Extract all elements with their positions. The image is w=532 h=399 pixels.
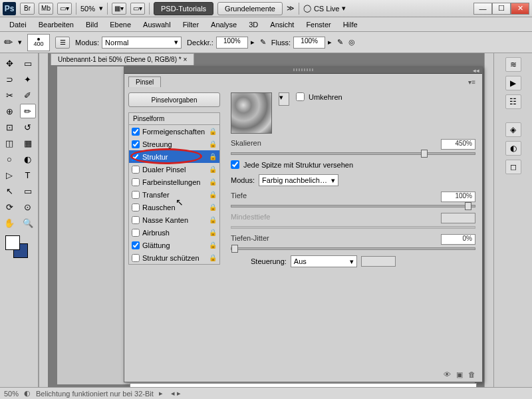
- control-select[interactable]: Aus▾: [291, 255, 357, 267]
- lock-icon[interactable]: 🔒: [209, 203, 217, 211]
- menu-auswahl[interactable]: Auswahl: [138, 19, 176, 30]
- lasso-tool[interactable]: ⊃: [1, 72, 17, 86]
- menu-hilfe[interactable]: Hilfe: [338, 19, 363, 30]
- jitter-slider[interactable]: [231, 247, 475, 250]
- brush-setting-checkbox[interactable]: [132, 191, 140, 199]
- pen-tool[interactable]: ▷: [1, 168, 17, 182]
- status-zoom[interactable]: 50%: [4, 390, 19, 398]
- scale-value[interactable]: 450%: [441, 139, 475, 150]
- history-brush-tool[interactable]: ↺: [20, 120, 36, 134]
- marquee-tool[interactable]: ▭: [20, 56, 36, 70]
- brush-setting-transfer[interactable]: Transfer🔒: [129, 188, 219, 201]
- left-shelf[interactable]: [39, 53, 48, 387]
- opacity-input[interactable]: 100%: [216, 37, 248, 49]
- brush-setting-checkbox[interactable]: [132, 166, 140, 174]
- panel-collapse-icon[interactable]: ◂◂: [473, 67, 479, 74]
- brush-setting-checkbox[interactable]: [132, 241, 140, 249]
- brush-setting-checkbox[interactable]: [132, 203, 140, 211]
- lock-icon[interactable]: 🔒: [209, 140, 217, 148]
- brush-setting-checkbox[interactable]: [132, 140, 140, 148]
- screen-mode-button[interactable]: ▭▾: [57, 3, 72, 15]
- brush-setting-checkbox[interactable]: [132, 178, 140, 186]
- lock-icon[interactable]: 🔒: [209, 178, 217, 186]
- flow-input[interactable]: 100%: [293, 37, 325, 49]
- texture-mode-select[interactable]: Farbig nachbelich…▾: [259, 174, 338, 186]
- stamp-tool[interactable]: ⊡: [1, 120, 17, 134]
- workspace-tab-psd[interactable]: PSD-Tutorials: [154, 2, 213, 15]
- blur-tool[interactable]: ○: [1, 152, 17, 166]
- menu-analyse[interactable]: Analyse: [205, 19, 242, 30]
- brush-setting-checkbox[interactable]: [132, 254, 140, 262]
- menu-3d[interactable]: 3D: [243, 19, 263, 30]
- each-tip-checkbox[interactable]: [231, 160, 239, 169]
- brush-setting-struktur-schützen[interactable]: Struktur schützen🔒: [129, 251, 219, 264]
- minimize-button[interactable]: —: [473, 3, 492, 15]
- lock-icon[interactable]: 🔒: [209, 153, 217, 160]
- trash-icon[interactable]: 🗑: [468, 370, 475, 379]
- brush-panel-toggle[interactable]: ☰: [55, 37, 70, 49]
- brush-preset-picker[interactable]: 400: [27, 34, 50, 51]
- right-shelf[interactable]: [484, 53, 493, 387]
- 3d-camera-tool[interactable]: ⊙: [20, 200, 36, 214]
- depth-value[interactable]: 100%: [441, 192, 475, 202]
- menu-bild[interactable]: Bild: [80, 19, 103, 30]
- invert-checkbox[interactable]: [296, 92, 305, 101]
- jitter-value[interactable]: 0%: [441, 234, 475, 245]
- mode-select[interactable]: Normal▾: [102, 37, 182, 49]
- brush-setting-checkbox[interactable]: [132, 153, 140, 161]
- shape-tool[interactable]: ▭: [20, 184, 36, 198]
- layers-panel-icon[interactable]: ◈: [505, 122, 521, 137]
- menu-fenster[interactable]: Fenster: [301, 19, 336, 30]
- path-tool[interactable]: ↖: [1, 184, 17, 198]
- lock-icon[interactable]: 🔒: [209, 128, 217, 135]
- brush-setting-checkbox[interactable]: [132, 216, 140, 224]
- workspace-more-icon[interactable]: ≫: [287, 4, 295, 13]
- eraser-tool[interactable]: ◫: [1, 136, 17, 150]
- hand-tool[interactable]: ✋: [1, 215, 17, 230]
- paths-panel-icon[interactable]: ◻: [505, 160, 521, 174]
- eyedropper-tool[interactable]: ✐: [20, 88, 36, 102]
- scale-slider[interactable]: [231, 152, 475, 155]
- brush-presets-button[interactable]: Pinselvorgaben: [128, 92, 220, 107]
- brush-tab[interactable]: Pinsel: [128, 76, 161, 87]
- zoom-level[interactable]: 50%: [80, 5, 95, 13]
- menu-bearbeiten[interactable]: Bearbeiten: [33, 19, 79, 30]
- tablet-opacity-icon[interactable]: ✎: [260, 38, 266, 47]
- panel-drag-handle[interactable]: ◂◂: [124, 67, 482, 74]
- tablet-size-icon[interactable]: ◎: [348, 38, 355, 47]
- menu-filter[interactable]: Filter: [178, 19, 204, 30]
- brush-setting-nasse-kanten[interactable]: Nasse Kanten🔒: [129, 213, 219, 226]
- lock-icon[interactable]: 🔒: [209, 191, 217, 198]
- lock-icon[interactable]: 🔒: [209, 254, 217, 261]
- zoom-tool[interactable]: 🔍: [20, 215, 36, 230]
- brush-setting-dualer-pinsel[interactable]: Dualer Pinsel🔒: [129, 163, 219, 176]
- close-button[interactable]: ✕: [511, 3, 529, 15]
- 3d-tool[interactable]: ⟳: [1, 200, 17, 214]
- menu-ebene[interactable]: Ebene: [104, 19, 136, 30]
- brush-setting-rauschen[interactable]: Rauschen🔒: [129, 201, 219, 213]
- cslive-label[interactable]: CS Live: [314, 5, 340, 13]
- dodge-tool[interactable]: ◐: [20, 152, 36, 166]
- panel-menu-icon[interactable]: ▾≡: [466, 77, 478, 87]
- actions-panel-icon[interactable]: ▶: [505, 76, 521, 90]
- menu-ansicht[interactable]: Ansicht: [265, 19, 299, 30]
- properties-panel-icon[interactable]: ☷: [505, 94, 521, 109]
- screen-button[interactable]: ▭▾: [130, 3, 145, 15]
- lock-icon[interactable]: 🔒: [209, 166, 217, 173]
- brush-setting-checkbox[interactable]: [132, 229, 140, 237]
- brush-setting-formeigenschaften[interactable]: Formeigenschaften🔒: [129, 125, 219, 138]
- brush-setting-farbeinstellungen[interactable]: Farbeinstellungen🔒: [129, 176, 219, 188]
- toggle-preview-icon[interactable]: 👁: [444, 370, 451, 379]
- workspace-tab-grund[interactable]: Grundelemente: [217, 2, 283, 15]
- brush-setting-airbrush[interactable]: Airbrush🔒: [129, 226, 219, 239]
- document-tab[interactable]: Unbenannt-1 bei 50% (Ebene 0, RGB/8) * ×: [51, 53, 194, 65]
- menu-datei[interactable]: Datei: [4, 19, 32, 30]
- airbrush-icon[interactable]: ✎: [337, 38, 343, 47]
- move-tool[interactable]: ✥: [1, 56, 17, 70]
- lock-icon[interactable]: 🔒: [209, 241, 217, 249]
- brush-setting-checkbox[interactable]: [132, 128, 140, 136]
- minibridge-button[interactable]: Mb: [39, 3, 53, 15]
- foreground-color[interactable]: [5, 235, 20, 250]
- list-header[interactable]: Pinselform: [129, 113, 219, 125]
- texture-picker-button[interactable]: ▾: [279, 92, 289, 106]
